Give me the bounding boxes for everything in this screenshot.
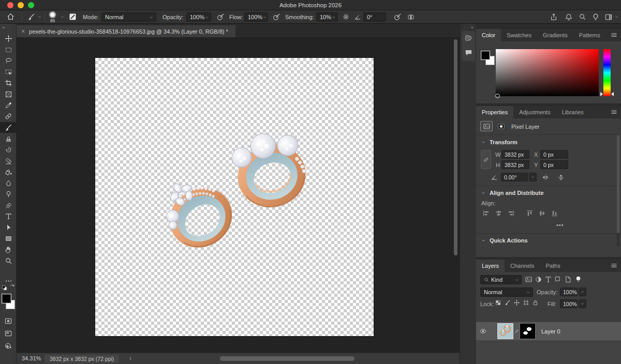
tool-pen[interactable] — [0, 200, 17, 211]
dock-collapse-button[interactable]: « — [471, 25, 474, 30]
tool-path-selection[interactable] — [0, 222, 17, 233]
layer-fill-field[interactable]: 100% — [560, 299, 578, 308]
flip-vertical-button[interactable] — [557, 173, 565, 181]
tool-hand[interactable] — [0, 245, 17, 255]
tool-lasso[interactable] — [0, 55, 17, 66]
flip-horizontal-button[interactable] — [541, 173, 550, 181]
fill-dropdown-button[interactable] — [579, 299, 586, 308]
document-tab[interactable]: × pexels-the-glorious-studio-3584518-109… — [17, 25, 235, 37]
brush-angle-field[interactable]: 0° — [363, 12, 386, 22]
align-top-button[interactable] — [526, 209, 534, 217]
tab-swatches[interactable]: Swatches — [501, 29, 537, 41]
airbrush-toggle[interactable] — [272, 10, 280, 23]
brush-size-picker[interactable]: 86 — [49, 10, 56, 23]
filter-type-layers-button[interactable] — [544, 276, 552, 283]
brush-settings-panel-toggle[interactable] — [68, 10, 77, 23]
scrollbar-thumb[interactable] — [617, 135, 619, 233]
opacity-dropdown-button[interactable] — [579, 287, 586, 296]
hue-slider-marker[interactable] — [600, 92, 603, 96]
tool-history-brush[interactable] — [0, 144, 17, 155]
filter-pixel-layers-button[interactable] — [525, 276, 533, 283]
align-section-header[interactable]: Align and Distribute — [481, 190, 544, 196]
document-canvas[interactable] — [95, 58, 374, 336]
document-info[interactable]: 3832 px x 3832 px (72 ppi) — [45, 355, 119, 363]
status-chevron[interactable]: › — [129, 355, 131, 362]
tab-adjustments[interactable]: Adjustments — [513, 106, 556, 118]
hue-slider-marker[interactable] — [611, 92, 614, 96]
brush-size-chevron[interactable] — [60, 10, 65, 23]
hue-slider[interactable] — [603, 49, 611, 96]
lock-all-button[interactable] — [532, 299, 539, 306]
layer-thumbnail[interactable] — [497, 323, 513, 339]
tab-patterns[interactable]: Patterns — [573, 29, 606, 41]
filter-smart-objects-button[interactable] — [564, 276, 572, 283]
transform-section-header[interactable]: Transform — [481, 139, 518, 145]
tool-type[interactable] — [0, 211, 17, 222]
layer-name[interactable]: Layer 0 — [541, 328, 560, 335]
rotation-dropdown-button[interactable] — [529, 173, 537, 181]
tool-blur[interactable] — [0, 178, 17, 189]
panel-menu-button[interactable] — [610, 31, 618, 39]
tool-dodge[interactable] — [0, 189, 17, 200]
tool-eyedropper[interactable] — [0, 100, 17, 111]
tool-zoom[interactable] — [0, 255, 17, 266]
canvas-horizontal-scrollbar[interactable] — [220, 356, 354, 361]
tab-channels[interactable]: Channels — [505, 260, 540, 272]
layer-row[interactable]: Layer 0 — [476, 322, 621, 340]
quick-actions-header[interactable]: Quick Actions — [481, 237, 528, 244]
blend-mode-dropdown[interactable]: Normal — [101, 12, 156, 22]
home-button[interactable] — [6, 10, 15, 23]
toolbar-expand-button[interactable]: » — [2, 25, 5, 30]
layer-mask-thumbnail[interactable] — [520, 323, 536, 339]
close-tab-icon[interactable]: × — [21, 28, 25, 35]
align-bottom-button[interactable] — [551, 209, 558, 217]
link-dimensions-button[interactable] — [481, 150, 491, 169]
saturation-brightness-picker[interactable] — [496, 49, 599, 96]
share-button[interactable] — [550, 10, 558, 23]
tab-layers[interactable]: Layers — [476, 260, 505, 272]
filter-adjustment-layers-button[interactable] — [535, 276, 542, 283]
y-field[interactable]: 0 px — [540, 160, 568, 169]
discover-button[interactable] — [592, 10, 600, 23]
scrollbar-thumb[interactable] — [454, 39, 457, 255]
layer-mask-link[interactable] — [513, 329, 520, 333]
tab-paths[interactable]: Paths — [540, 260, 566, 272]
lock-pixels-button[interactable] — [504, 299, 511, 306]
filter-shape-layers-button[interactable] — [554, 276, 562, 283]
rotation-field[interactable]: 0.00° — [501, 173, 528, 181]
lock-transparency-button[interactable] — [495, 299, 501, 306]
lock-artboard-button[interactable] — [523, 299, 529, 306]
tab-properties[interactable]: Properties — [476, 106, 513, 118]
tool-paint-bucket[interactable] — [0, 166, 17, 177]
tab-libraries[interactable]: Libraries — [556, 106, 589, 118]
panel-menu-button[interactable] — [610, 262, 618, 269]
width-field[interactable]: 3832 px — [501, 150, 529, 159]
foreground-color-swatch[interactable] — [481, 51, 490, 60]
pixel-layer-properties-button[interactable] — [480, 121, 493, 131]
tool-object-selection[interactable] — [0, 67, 17, 78]
tool-clone-stamp[interactable] — [0, 133, 17, 144]
foreground-color-swatch[interactable] — [2, 294, 11, 304]
tool-rectangle[interactable] — [0, 233, 17, 244]
panel-menu-button[interactable] — [610, 108, 618, 116]
brush-tool-preset[interactable] — [27, 10, 35, 23]
notifications-button[interactable] — [565, 10, 573, 23]
smoothing-options-button[interactable] — [342, 10, 350, 23]
layer-visibility-toggle[interactable] — [476, 327, 490, 335]
align-center-h-button[interactable] — [495, 209, 502, 217]
zoom-level-field[interactable]: 34.31% — [22, 355, 41, 361]
flow-dropdown[interactable]: 100% — [244, 12, 268, 22]
default-colors-button[interactable] — [1, 284, 8, 291]
paint-symmetry-button[interactable] — [407, 10, 415, 23]
tool-spot-healing-brush[interactable] — [0, 111, 17, 122]
search-button[interactable] — [579, 10, 586, 23]
align-middle-v-button[interactable] — [538, 209, 546, 217]
smoothing-dropdown[interactable]: 10% — [316, 12, 338, 22]
tool-rectangular-marquee[interactable] — [0, 44, 17, 55]
comments-panel-button[interactable] — [464, 48, 473, 57]
align-more-button[interactable]: ••• — [556, 222, 564, 228]
lock-position-button[interactable] — [513, 299, 520, 306]
tool-frame[interactable] — [0, 89, 17, 100]
tool-eraser[interactable] — [0, 156, 17, 166]
brush-preset-chevron[interactable] — [37, 10, 42, 23]
